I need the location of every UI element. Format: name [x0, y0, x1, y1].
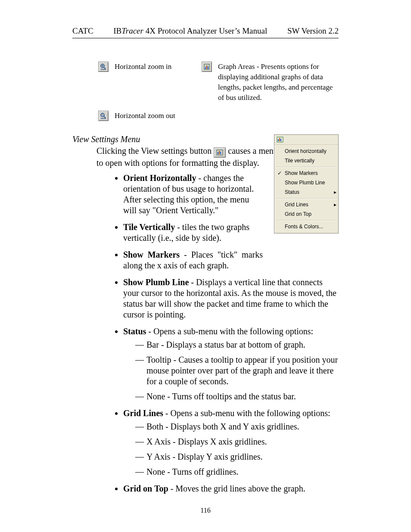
page-header: CATC IBTracer 4X Protocol Analyzer User’…	[72, 26, 339, 36]
submenu-arrow-icon: ▸	[332, 202, 338, 208]
body: - Opens a sub-menu with the following op…	[163, 408, 330, 418]
page-number: 116	[0, 506, 411, 515]
menu-label: Fonts & Colors...	[285, 224, 332, 230]
term: Grid on Top	[123, 484, 168, 493]
hdr-center: IBTracer 4X Protocol Analyzer User’s Man…	[93, 26, 287, 36]
menu-label: Tile vertically	[285, 158, 332, 164]
svg-rect-19	[279, 138, 280, 141]
list-item: Status - Opens a sub-menu with the follo…	[123, 326, 339, 402]
view-settings-icon[interactable]	[214, 147, 226, 158]
popup-body: Orient horizontally Tile vertically ✓Sho…	[274, 145, 338, 233]
popup-header	[274, 135, 338, 145]
zoom-out-h-label: Horizontal zoom out	[115, 111, 175, 121]
term: Show Markers	[123, 250, 180, 259]
hdr-right: SW Version 2.2	[287, 26, 339, 36]
sublist-status: Bar - Displays a status bar at bottom of…	[123, 339, 339, 402]
svg-rect-16	[220, 152, 221, 154]
list-item: Show Markers - Places "tick" marks along…	[123, 249, 263, 271]
menu-label: Status	[285, 189, 332, 196]
term: Grid Lines	[123, 408, 163, 418]
svg-rect-8	[208, 66, 209, 69]
svg-rect-20	[280, 139, 281, 141]
bullet-wrap-full: Show Plumb Line - Displays a vertical li…	[97, 277, 339, 494]
menu-grid-on-top[interactable]: Grid on Top	[274, 209, 338, 219]
menu-show-plumb[interactable]: Show Plumb Line	[274, 178, 338, 187]
view-settings-menu: Orient horizontally Tile vertically ✓Sho…	[274, 134, 339, 233]
para-line2: to open with options for formatting the …	[97, 158, 259, 168]
sub-item: Y Axis - Display Y axis gridlines.	[135, 451, 339, 462]
menu-label: Show Markers	[285, 170, 332, 177]
menu-label: Grid Lines	[285, 202, 332, 208]
graph-areas-label: Graph Areas - Presents options for displ…	[218, 62, 334, 103]
svg-rect-15	[219, 151, 220, 154]
sub-item: Tooltip - Causes a tooltip to appear if …	[135, 355, 339, 387]
sub-item: X Axis - Displays X axis gridlines.	[135, 436, 339, 447]
menu-orient-h[interactable]: Orient horizontally	[274, 146, 338, 156]
menu-separator	[275, 198, 337, 199]
menu-tile-v[interactable]: Tile vertically	[274, 156, 338, 165]
term: Show Plumb Line	[123, 277, 189, 287]
sublist-grid: Both - Displays both X and Y axis gridli…	[123, 421, 339, 477]
zoom-in-h-label: Horizontal zoom in	[115, 62, 171, 72]
submenu-arrow-icon: ▸	[332, 189, 338, 196]
menu-fonts-colors[interactable]: Fonts & Colors...	[274, 222, 338, 231]
body: - Opens a sub-menu with the following op…	[146, 327, 313, 336]
svg-rect-18	[278, 139, 279, 141]
svg-rect-6	[205, 67, 206, 69]
menu-status[interactable]: Status▸	[274, 187, 338, 197]
list-item: Show Plumb Line - Displays a vertical li…	[123, 277, 339, 320]
hdr-rule	[72, 38, 339, 38]
sub-item: Bar - Displays a status bar at bottom of…	[135, 339, 339, 350]
svg-rect-7	[206, 65, 207, 69]
hdr-suffix: 4X Protocol Analyzer User’s Manual	[143, 26, 267, 35]
menu-label: Show Plumb Line	[285, 180, 332, 186]
list-item: Grid on Top - Moves the grid lines above…	[123, 483, 339, 494]
term: Status	[123, 327, 146, 336]
svg-rect-14	[218, 152, 218, 154]
menu-show-markers[interactable]: ✓Show Markers	[274, 168, 338, 178]
zoom-in-h-icon[interactable]	[98, 62, 109, 72]
list-item: Orient Horizontally - changes the orient…	[123, 173, 263, 216]
para-after-1: causes a menu	[228, 146, 278, 156]
toolbar-row-1: Horizontal zoom in Graph Areas - Present…	[98, 62, 339, 103]
sub-item: Both - Displays both X and Y axis gridli…	[135, 421, 339, 432]
body: - Moves the grid lines above the graph.	[168, 484, 305, 493]
para-before: Clicking the View settings button	[97, 146, 212, 156]
popup-header-icon[interactable]	[276, 136, 284, 143]
menu-label: Orient horizontally	[285, 148, 332, 155]
toolbar-row-2: Horizontal zoom out	[98, 111, 339, 121]
menu-grid-lines[interactable]: Grid Lines▸	[274, 200, 338, 209]
hdr-left: CATC	[72, 26, 93, 36]
menu-separator	[275, 220, 337, 221]
svg-line-10	[104, 116, 106, 118]
menu-separator	[275, 167, 337, 167]
term: Orient Horizontally	[123, 173, 196, 183]
list-item: Grid Lines - Opens a sub-menu with the f…	[123, 408, 339, 477]
sub-item: None - Turns off gridlines.	[135, 467, 339, 477]
svg-line-1	[104, 67, 106, 69]
check-icon: ✓	[274, 170, 285, 177]
sub-item: None - Turns off tooltips and the status…	[135, 391, 339, 402]
list-item: Tile Vertically - tiles the two graphs v…	[123, 222, 263, 243]
hdr-prefix: IB	[113, 26, 121, 35]
term: Tile Vertically	[123, 222, 175, 232]
graph-areas-icon[interactable]	[202, 62, 212, 72]
zoom-out-h-icon[interactable]	[98, 111, 109, 121]
hdr-em: Tracer	[121, 26, 143, 35]
menu-label: Grid on Top	[285, 211, 332, 218]
